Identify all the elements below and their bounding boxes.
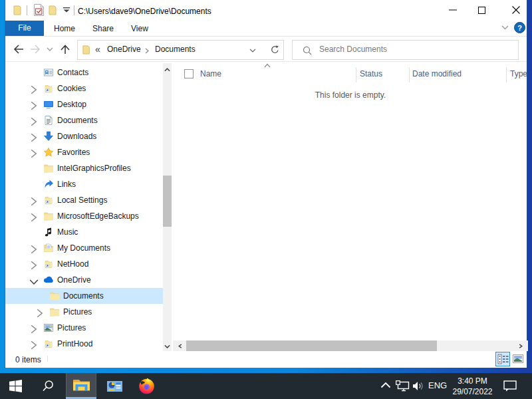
svg-text:?: ? [517, 24, 522, 32]
